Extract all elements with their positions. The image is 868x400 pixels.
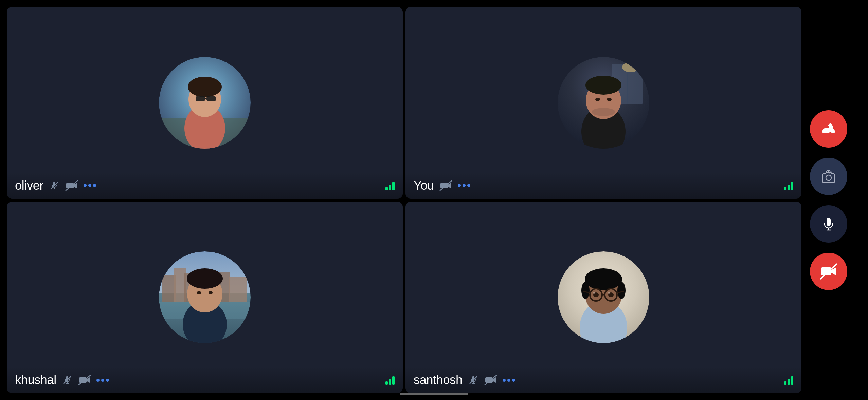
mic-button-oliver[interactable]: [49, 180, 60, 191]
dot1: [96, 379, 100, 382]
scroll-indicator: [400, 393, 468, 395]
dot1: [84, 184, 87, 187]
participant-cell-santhosh: santhosh: [405, 202, 801, 394]
signal-bar-2: [389, 185, 391, 190]
more-button-oliver[interactable]: [84, 184, 96, 187]
svg-rect-29: [174, 268, 186, 302]
svg-point-5: [188, 77, 222, 97]
user-info-santhosh: santhosh: [414, 373, 515, 387]
svg-point-21: [585, 76, 621, 95]
svg-point-61: [608, 292, 610, 294]
end-call-button[interactable]: [810, 110, 847, 148]
participant-cell-you: You: [405, 7, 801, 199]
dot1: [458, 184, 461, 187]
user-info-you: You: [414, 178, 470, 193]
svg-point-40: [209, 291, 213, 294]
participant-cell-oliver: oliver: [7, 7, 403, 199]
bottom-bar-khushal: khushal: [7, 367, 403, 393]
three-dots-you: [458, 184, 470, 187]
video-button-khushal[interactable]: [78, 375, 91, 385]
avatar-area-santhosh: [405, 202, 801, 394]
svg-point-60: [593, 292, 595, 294]
three-dots-santhosh: [503, 379, 515, 382]
video-grid: oliver: [7, 7, 801, 393]
video-button-you[interactable]: [439, 180, 452, 191]
video-off-icon: [820, 263, 837, 280]
svg-point-38: [187, 268, 223, 289]
participant-name-oliver: oliver: [15, 178, 43, 193]
video-slash-icon-you: [439, 180, 452, 191]
dot3: [93, 184, 96, 187]
participant-name-santhosh: santhosh: [414, 373, 463, 387]
video-button-santhosh[interactable]: [484, 375, 497, 385]
flip-camera-icon: [820, 168, 837, 185]
flip-camera-button[interactable]: [810, 158, 847, 195]
more-button-khushal[interactable]: [96, 379, 109, 382]
participant-cell-khushal: khushal: [7, 202, 403, 394]
mic-slash-icon-santhosh: [468, 375, 479, 385]
signal-santhosh: [784, 375, 793, 385]
participant-name-khushal: khushal: [15, 373, 56, 387]
video-slash-icon: [65, 180, 78, 191]
svg-rect-28: [162, 275, 176, 302]
signal-oliver: [385, 181, 395, 190]
signal-bar-1: [385, 381, 388, 385]
svg-point-50: [585, 268, 622, 290]
avatar-you: [558, 57, 649, 149]
signal-bar-3: [392, 376, 395, 385]
participant-name-you: You: [414, 178, 434, 193]
three-dots-oliver: [84, 184, 96, 187]
dot2: [463, 184, 466, 187]
svg-rect-6: [196, 96, 205, 101]
video-slash-icon-santhosh: [484, 375, 497, 385]
user-info-oliver: oliver: [15, 178, 96, 193]
user-info-khushal: khushal: [15, 373, 109, 387]
end-call-icon: [820, 121, 837, 137]
dot2: [507, 379, 510, 382]
more-button-you[interactable]: [458, 184, 470, 187]
signal-you: [784, 181, 793, 190]
mic-button-santhosh[interactable]: [468, 375, 479, 385]
signal-bar-1: [784, 381, 786, 385]
svg-rect-32: [229, 277, 247, 302]
svg-point-22: [592, 108, 615, 116]
main-container: oliver: [0, 0, 868, 400]
bottom-bar-you: You: [405, 172, 801, 199]
signal-bar-2: [389, 379, 391, 385]
video-off-button[interactable]: [810, 253, 847, 290]
signal-bar-1: [385, 187, 388, 190]
signal-bar-1: [784, 187, 786, 190]
mute-button[interactable]: [810, 205, 847, 243]
signal-bar-3: [392, 182, 395, 190]
svg-point-24: [607, 98, 612, 101]
dot3: [106, 379, 109, 382]
side-controls: [801, 110, 863, 290]
more-button-santhosh[interactable]: [503, 379, 515, 382]
three-dots-khushal: [96, 379, 109, 382]
signal-bar-3: [791, 376, 793, 385]
dot3: [512, 379, 515, 382]
bottom-bar-santhosh: santhosh: [405, 367, 801, 393]
video-button-oliver[interactable]: [65, 180, 78, 191]
svg-point-23: [595, 98, 600, 101]
dot1: [503, 379, 506, 382]
signal-bar-3: [791, 182, 793, 190]
bottom-bar-oliver: oliver: [7, 172, 403, 199]
svg-point-67: [826, 175, 831, 180]
avatar-oliver: [159, 57, 251, 149]
signal-bar-2: [788, 379, 790, 385]
dot2: [88, 184, 91, 187]
video-slash-icon-khushal: [78, 375, 91, 385]
svg-point-51: [581, 282, 590, 299]
avatar-area-khushal: [7, 202, 403, 394]
signal-khushal: [385, 375, 395, 385]
signal-bar-2: [788, 185, 790, 190]
avatar-khushal: [159, 251, 251, 343]
svg-point-17: [622, 62, 639, 72]
svg-rect-7: [206, 96, 216, 101]
svg-point-39: [197, 291, 201, 294]
mic-slash-icon: [49, 180, 60, 191]
mic-slash-icon-khushal: [62, 375, 73, 385]
dot2: [101, 379, 104, 382]
mic-button-khushal[interactable]: [62, 375, 73, 385]
